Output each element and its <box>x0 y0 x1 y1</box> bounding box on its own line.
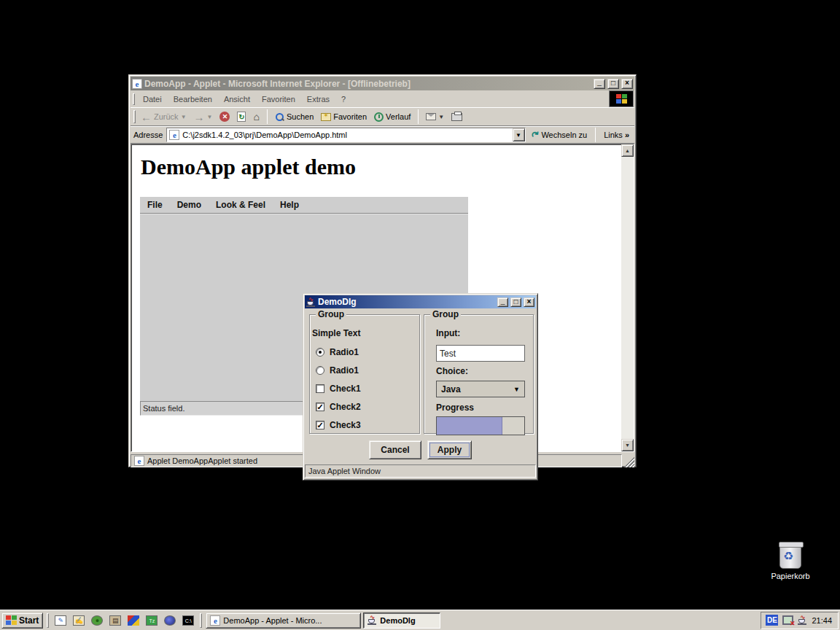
ie-title-bar[interactable]: e DemoApp - Applet - Microsoft Internet … <box>131 77 634 90</box>
applet-menu-demo[interactable]: Demo <box>170 200 209 210</box>
menu-datei[interactable]: Datei <box>137 95 168 104</box>
green-terminal-icon[interactable]: Tz <box>145 614 158 627</box>
taskbar: Start ✎ ✍ ● ▤ Tz C:\ e DemoApp - Applet … <box>0 610 840 630</box>
refresh-button[interactable]: ↻ <box>235 109 248 125</box>
scroll-down-icon[interactable]: ▼ <box>621 439 634 451</box>
history-icon <box>374 112 384 122</box>
applet-menu-lookfeel[interactable]: Look & Feel <box>209 200 273 210</box>
menu-ansicht[interactable]: Ansicht <box>218 95 256 104</box>
dialog-minimize-button[interactable]: _ <box>497 298 508 307</box>
checkbox-unchecked-icon[interactable] <box>316 384 324 393</box>
desktop: e DemoApp - Applet - Microsoft Internet … <box>0 0 840 630</box>
back-button[interactable]: ← Zurück ▼ <box>139 109 189 125</box>
command-prompt-icon[interactable]: C:\ <box>182 614 195 627</box>
choice-label: Choice: <box>436 366 468 376</box>
forward-dropdown-icon[interactable]: ▼ <box>207 114 213 120</box>
radio-row-2[interactable]: Radio1 <box>316 365 359 376</box>
input-field[interactable]: Test <box>436 345 525 362</box>
address-dropdown-button[interactable]: ▼ <box>513 128 525 141</box>
start-label: Start <box>19 615 39 626</box>
dialog-close-button[interactable]: × <box>524 298 534 307</box>
checkbox-checked-icon[interactable]: ✓ <box>316 421 324 429</box>
demodlg-title-bar[interactable]: ∿ DemoDlg _ □ × <box>305 295 536 308</box>
history-label: Verlauf <box>386 112 411 121</box>
java-cup-icon: ∿ <box>368 615 377 625</box>
radio-unselected-icon[interactable] <box>316 366 324 375</box>
recycle-bin[interactable]: ♻ Papierkorb <box>770 544 811 580</box>
scroll-up-icon[interactable]: ▲ <box>621 144 634 157</box>
refresh-icon: ↻ <box>237 112 246 122</box>
taskbar-grip[interactable] <box>47 613 49 628</box>
status-text: Applet DemoAppApplet started <box>147 456 257 465</box>
start-button[interactable]: Start <box>1 612 43 629</box>
mail-button[interactable]: ▼ <box>424 109 446 125</box>
check-row-3[interactable]: ✓ Check3 <box>316 420 361 430</box>
radio-row-1[interactable]: Radio1 <box>316 347 359 357</box>
resize-grip[interactable] <box>623 454 634 467</box>
group-box-left: Group Simple Text Radio1 Radio1 Check1 ✓… <box>309 314 420 434</box>
recycle-bin-label: Papierkorb <box>770 572 811 580</box>
outlook-express-icon[interactable]: ✎ <box>54 614 67 627</box>
minimize-button[interactable]: _ <box>594 79 605 89</box>
radio2-label: Radio1 <box>330 365 359 376</box>
back-dropdown-icon[interactable]: ▼ <box>181 114 187 120</box>
go-label: Wechseln zu <box>541 131 587 139</box>
language-indicator[interactable]: DE <box>766 615 778 626</box>
links-chevron-icon[interactable]: » <box>625 131 629 139</box>
taskbar-item-demoapp[interactable]: e DemoApp - Applet - Micro... <box>206 612 361 629</box>
home-button[interactable]: ⌂ <box>251 109 261 125</box>
menu-bearbeiten[interactable]: Bearbeiten <box>168 95 218 104</box>
checkbox-checked-icon[interactable]: ✓ <box>316 402 324 411</box>
favorites-button[interactable]: Favoriten <box>319 109 369 125</box>
back-label: Zurück <box>154 112 179 121</box>
radio-selected-icon[interactable] <box>316 348 324 357</box>
print-button[interactable] <box>449 109 464 125</box>
menu-favoriten[interactable]: Favoriten <box>256 95 301 104</box>
close-button[interactable]: × <box>621 79 633 89</box>
back-icon: ← <box>141 111 152 123</box>
green-app-icon[interactable]: ● <box>90 614 104 627</box>
check-row-2[interactable]: ✓ Check2 <box>316 402 361 412</box>
network-disconnected-icon[interactable] <box>782 615 793 625</box>
forward-button[interactable]: → ▼ <box>192 109 215 125</box>
java-tray-icon[interactable]: ∿ <box>798 615 807 625</box>
mail-dropdown-icon[interactable]: ▼ <box>438 114 444 120</box>
taskbar-item-demodlg[interactable]: ∿ DemoDlg <box>363 612 440 629</box>
applet-menu-file[interactable]: File <box>140 200 170 210</box>
taskbar-grip[interactable] <box>200 613 202 628</box>
home-icon: ⌂ <box>253 111 259 122</box>
toolbar-grip[interactable] <box>133 110 136 123</box>
applet-menu-help[interactable]: Help <box>273 200 306 210</box>
history-button[interactable]: Verlauf <box>372 109 413 125</box>
check1-label: Check1 <box>330 384 361 394</box>
links-button[interactable]: Links » <box>602 127 631 143</box>
cancel-button[interactable]: Cancel <box>369 440 421 459</box>
java-cup-icon: ∿ <box>306 298 316 307</box>
book-icon[interactable]: ▤ <box>109 614 122 627</box>
status-page-icon: e <box>134 456 144 466</box>
task2-label: DemoDlg <box>380 616 415 625</box>
media-ribbon-icon[interactable] <box>127 614 140 627</box>
maximize-button[interactable]: □ <box>607 79 619 89</box>
dialog-maximize-button[interactable]: □ <box>510 298 521 307</box>
show-desktop-icon[interactable]: ✍ <box>72 614 85 627</box>
go-button[interactable]: ↷ Wechseln zu <box>529 127 590 143</box>
recycle-bin-icon[interactable]: ♻ <box>779 544 801 569</box>
favorites-icon <box>321 113 331 121</box>
menubar-grip[interactable] <box>133 93 135 105</box>
stop-button[interactable]: ✕ <box>217 109 232 125</box>
globe-icon[interactable] <box>163 614 176 627</box>
address-input[interactable]: e C:\j2sdk1.4.2_03\prj\DemoApp\DemoApp.h… <box>166 128 525 142</box>
search-button[interactable]: Suchen <box>273 109 316 125</box>
check3-label: Check3 <box>330 420 361 430</box>
print-icon <box>451 113 462 121</box>
menu-hilfe[interactable]: ? <box>335 95 351 104</box>
group-right-title: Group <box>430 309 461 319</box>
windows-flag-icon <box>616 94 627 104</box>
apply-button[interactable]: Apply <box>427 440 472 459</box>
check-row-1[interactable]: Check1 <box>316 384 361 394</box>
menu-extras[interactable]: Extras <box>301 95 335 104</box>
search-label: Suchen <box>287 112 314 121</box>
vertical-scrollbar[interactable]: ▲ ▼ <box>621 144 634 451</box>
choice-combobox[interactable]: Java ▼ <box>436 381 525 397</box>
